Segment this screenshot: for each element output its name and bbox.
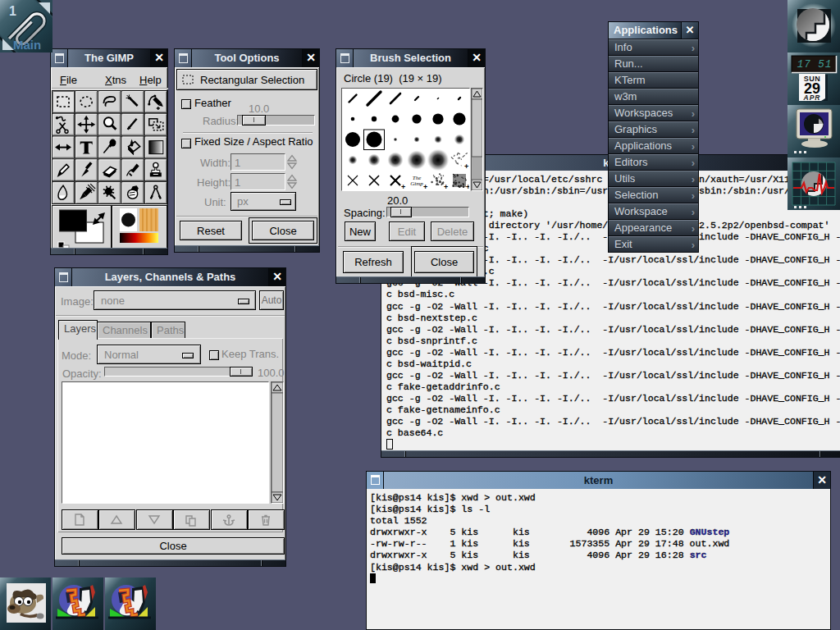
svg-text:+: +: [464, 162, 468, 171]
svg-text:+: +: [466, 183, 469, 190]
svg-text:17 51: 17 51: [797, 59, 833, 71]
svg-text:+: +: [423, 183, 427, 190]
svg-text:+: +: [444, 183, 448, 190]
svg-text:Main: Main: [13, 38, 41, 52]
svg-text:1: 1: [9, 4, 16, 18]
svg-text:Gimp: Gimp: [410, 180, 423, 187]
svg-text:APR: APR: [803, 94, 821, 102]
svg-text:+: +: [401, 183, 405, 190]
